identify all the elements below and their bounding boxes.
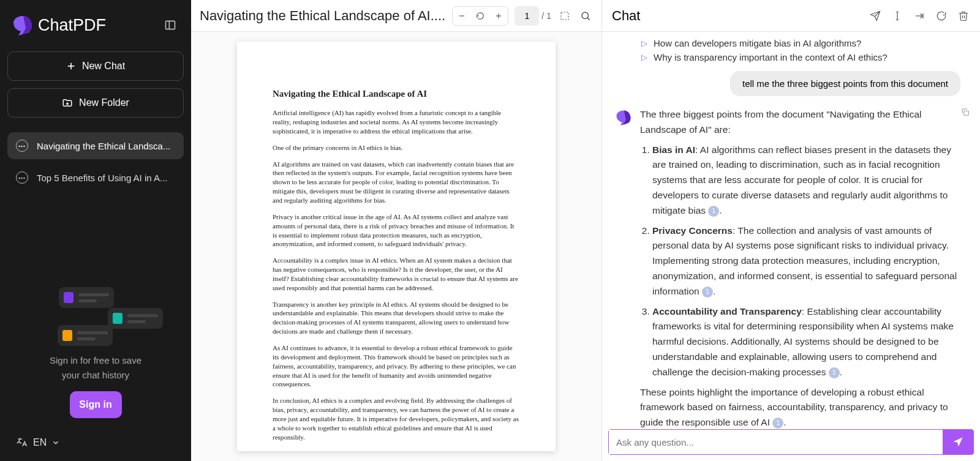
page-total: 1 bbox=[546, 11, 551, 21]
citation-badge[interactable]: 1 bbox=[708, 206, 719, 217]
chat-input[interactable] bbox=[609, 430, 943, 454]
new-chat-label: New Chat bbox=[82, 61, 125, 72]
promo-block: Sign in for free to save your chat histo… bbox=[0, 280, 191, 424]
ai-avatar-icon bbox=[616, 110, 631, 126]
pdf-viewport[interactable]: Navigating the Ethical Landscape of AI A… bbox=[191, 32, 601, 461]
text-cursor-icon[interactable] bbox=[891, 9, 904, 23]
trash-icon[interactable] bbox=[957, 9, 970, 23]
doc-paragraph: Accountability is a complex issue in AI … bbox=[273, 256, 520, 292]
send-button[interactable] bbox=[943, 430, 973, 454]
page-input[interactable] bbox=[514, 6, 539, 26]
chat-list: ••• Navigating the Ethical Landsca... ••… bbox=[0, 132, 191, 191]
citation-badge[interactable]: 1 bbox=[702, 287, 713, 298]
doc-paragraph: As AI continues to advance, it is essent… bbox=[273, 343, 520, 389]
sidebar: ChatPDF New Chat New Folder ••• Navigati… bbox=[0, 0, 191, 461]
logo-text: ChatPDF bbox=[38, 16, 106, 35]
chat-item[interactable]: ••• Top 5 Benefits of Using AI in A... bbox=[7, 164, 184, 191]
promo-illustration bbox=[34, 286, 157, 347]
translate-icon bbox=[16, 437, 28, 449]
page-indicator: / 1 bbox=[514, 6, 551, 26]
refresh-icon[interactable] bbox=[935, 9, 948, 23]
zoom-out-button[interactable] bbox=[453, 7, 471, 25]
zoom-group bbox=[452, 6, 508, 26]
chat-item-label: Navigating the Ethical Landsca... bbox=[37, 141, 170, 151]
folder-plus-icon bbox=[62, 97, 73, 108]
suggestion-icon: ▷ bbox=[641, 39, 647, 48]
chat-header-title: Chat bbox=[612, 8, 860, 24]
citation-badge[interactable]: 1 bbox=[772, 418, 783, 429]
suggestion-label: Why is transparency important in the con… bbox=[654, 52, 888, 62]
logo[interactable]: ChatPDF bbox=[12, 15, 106, 36]
rotate-button[interactable] bbox=[471, 7, 489, 25]
pdf-panel: Navigating the Ethical Landscape of AI..… bbox=[191, 0, 602, 461]
new-folder-label: New Folder bbox=[79, 97, 129, 108]
pdf-toolbar: Navigating the Ethical Landscape of AI..… bbox=[191, 0, 601, 32]
suggestion[interactable]: ▷ How can developers mitigate bias in AI… bbox=[641, 38, 967, 48]
new-chat-button[interactable]: New Chat bbox=[7, 51, 184, 81]
svg-point-10 bbox=[582, 12, 589, 19]
ai-message: The three biggest points from the docume… bbox=[616, 107, 967, 429]
search-button[interactable] bbox=[578, 9, 593, 23]
chat-icon: ••• bbox=[16, 140, 28, 152]
doc-paragraph: In conclusion, AI ethics is a complex an… bbox=[273, 396, 520, 441]
chat-input-row bbox=[602, 429, 980, 461]
promo-line: your chat history bbox=[50, 368, 141, 383]
doc-paragraph: Transparency is another key principle in… bbox=[273, 300, 520, 336]
chat-icon: ••• bbox=[16, 171, 28, 184]
export-icon[interactable] bbox=[913, 9, 926, 23]
doc-paragraph: Privacy is another critical issue in the… bbox=[273, 212, 520, 249]
user-message: tell me the three biggest points from th… bbox=[730, 71, 960, 96]
chat-panel: Chat ▷ How can developers mitigate bias … bbox=[602, 0, 980, 461]
promo-line: Sign in for free to save bbox=[50, 353, 141, 368]
selection-tool-button[interactable] bbox=[557, 9, 572, 23]
doc-heading: Navigating the Ethical Landscape of AI bbox=[273, 88, 520, 100]
chat-messages[interactable]: ▷ How can developers mitigate bias in AI… bbox=[602, 32, 980, 429]
ai-point: Bias in AI: AI algorithms can reflect bi… bbox=[652, 143, 967, 219]
page-sep: / bbox=[541, 11, 544, 21]
logo-icon bbox=[12, 15, 33, 36]
ai-point: Accountability and Transparency: Establi… bbox=[652, 304, 967, 380]
plus-icon bbox=[66, 61, 76, 71]
ai-point: Privacy Concerns: The collection and ana… bbox=[652, 223, 967, 299]
chat-item[interactable]: ••• Navigating the Ethical Landsca... bbox=[7, 132, 184, 159]
copy-icon[interactable] bbox=[960, 107, 970, 117]
lang-label: EN bbox=[33, 437, 47, 448]
doc-paragraph: One of the primary concerns in AI ethics… bbox=[273, 143, 520, 152]
collapse-sidebar-button[interactable] bbox=[162, 17, 179, 34]
new-folder-button[interactable]: New Folder bbox=[7, 88, 184, 118]
chat-header: Chat bbox=[602, 0, 980, 32]
zoom-in-button[interactable] bbox=[489, 7, 508, 25]
chevron-down-icon bbox=[51, 438, 60, 447]
suggestion[interactable]: ▷ Why is transparency important in the c… bbox=[641, 52, 967, 62]
citation-badge[interactable]: 1 bbox=[829, 367, 840, 378]
doc-paragraph: Artificial intelligence (AI) has rapidly… bbox=[273, 108, 520, 136]
ai-intro: The three biggest points from the docume… bbox=[640, 107, 967, 138]
svg-rect-14 bbox=[964, 111, 968, 115]
svg-rect-9 bbox=[561, 12, 568, 20]
send-icon[interactable] bbox=[869, 9, 882, 23]
doc-paragraph: AI algorithms are trained on vast datase… bbox=[273, 160, 520, 205]
ai-outro: These points highlight the importance of… bbox=[640, 385, 967, 429]
svg-line-11 bbox=[587, 18, 590, 20]
chat-item-label: Top 5 Benefits of Using AI in A... bbox=[37, 173, 167, 183]
ai-points-list: Bias in AI: AI algorithms can reflect bi… bbox=[640, 143, 967, 380]
suggestion-icon: ▷ bbox=[641, 53, 647, 62]
language-selector[interactable]: EN bbox=[0, 424, 191, 461]
svg-rect-0 bbox=[166, 21, 175, 29]
pdf-page: Navigating the Ethical Landscape of AI A… bbox=[237, 42, 556, 451]
signin-button[interactable]: Sign in bbox=[70, 391, 122, 418]
suggestion-label: How can developers mitigate bias in AI a… bbox=[654, 38, 861, 48]
pdf-title: Navigating the Ethical Landscape of AI..… bbox=[200, 8, 446, 24]
